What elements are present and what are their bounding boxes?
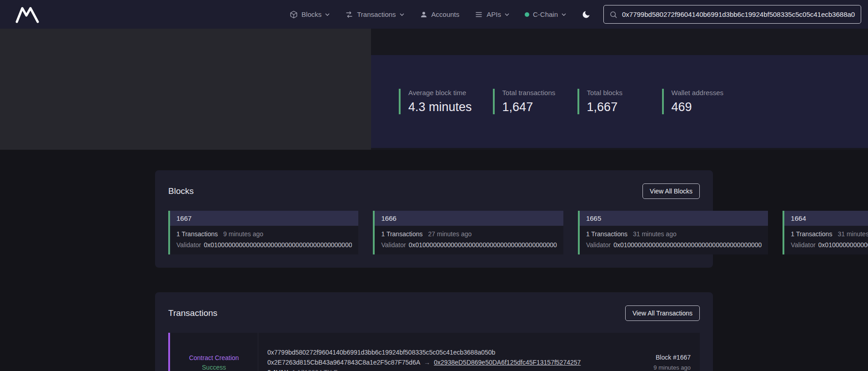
hero-banner <box>0 29 371 150</box>
theme-toggle-button[interactable] <box>582 10 591 19</box>
stat-total-transactions: Total transactions 1,647 <box>493 89 557 114</box>
block-tx-count: 1 Transactions <box>586 230 627 238</box>
chevron-down-icon <box>400 13 404 16</box>
transactions-card-header: Transactions View All Transactions <box>168 305 700 321</box>
tx-age: 9 minutes ago <box>653 364 691 371</box>
tx-status-badge: Success <box>202 364 226 371</box>
nav-item-transactions[interactable]: Transactions <box>345 10 404 19</box>
tx-from-address: 0x2E7263d815CbB43a9647843C8a1e2F5c87F75d… <box>267 359 420 366</box>
block-card-body: 1 Transactions 27 minutes ago Validator … <box>375 226 563 254</box>
stat-label: Total transactions <box>502 89 557 97</box>
avalanche-logo[interactable] <box>15 6 39 23</box>
nav-menu: Blocks Transactions Accounts <box>290 10 566 19</box>
stat-value: 469 <box>672 100 726 114</box>
tx-block-link[interactable]: Block #1667 <box>653 354 691 361</box>
validator-address: 0x01000000000000000000000000000000000000… <box>818 241 868 249</box>
block-card-body: 1 Transactions 31 minutes ago Validator … <box>580 226 768 254</box>
transactions-icon <box>345 10 353 19</box>
blocks-section-title: Blocks <box>168 186 194 196</box>
stats-panel: Average block time 4.3 minutes Total tra… <box>371 55 868 148</box>
block-card-body: 1 Transactions 31 minutes ago Validator … <box>784 226 868 254</box>
nav-item-label: Accounts <box>431 10 460 18</box>
block-number[interactable]: 1666 <box>375 211 563 226</box>
validator-label: Validator <box>586 241 611 249</box>
block-age: 27 minutes ago <box>428 230 472 238</box>
block-number[interactable]: 1664 <box>784 211 868 226</box>
search-icon <box>609 10 617 19</box>
stat-value: 1,667 <box>587 100 641 114</box>
nav-item-apis[interactable]: APIs <box>475 10 509 19</box>
chevron-down-icon <box>562 13 566 16</box>
validator-address: 0x01000000000000000000000000000000000000… <box>204 241 352 249</box>
stat-total-blocks: Total blocks 1,667 <box>577 89 641 114</box>
transactions-card: Transactions View All Transactions Contr… <box>155 292 713 371</box>
block-tx-count: 1 Transactions <box>176 230 218 238</box>
chain-selector[interactable]: C-Chain <box>525 10 566 18</box>
navbar: Blocks Transactions Accounts <box>0 0 868 29</box>
block-tx-count: 1 Transactions <box>381 230 422 238</box>
nav-item-label: Blocks <box>301 10 321 18</box>
blocks-card-header: Blocks View All Blocks <box>168 183 700 199</box>
block-number[interactable]: 1665 <box>580 211 768 226</box>
block-card[interactable]: 1665 1 Transactions 31 minutes ago Valid… <box>578 211 768 254</box>
chain-selector-label: C-Chain <box>533 10 558 18</box>
stat-label: Average block time <box>408 89 472 97</box>
validator-address: 0x01000000000000000000000000000000000000… <box>409 241 557 249</box>
chevron-down-icon <box>325 13 330 16</box>
stat-average-block-time: Average block time 4.3 minutes <box>399 89 472 114</box>
list-icon <box>475 10 483 19</box>
validator-label: Validator <box>381 241 406 249</box>
tx-to-address-link[interactable]: 0x2938eD5D869e50DA6f125dfc45F13157f52742… <box>434 359 581 366</box>
block-tx-count: 1 Transactions <box>791 230 832 238</box>
block-card[interactable]: 1664 1 Transactions 31 minutes ago Valid… <box>783 211 868 254</box>
view-all-blocks-button[interactable]: View All Blocks <box>642 183 700 199</box>
tx-fee: 1.1718604 TX Fee <box>292 369 345 371</box>
hero-section: Average block time 4.3 minutes Total tra… <box>0 29 868 150</box>
blocks-card: Blocks View All Blocks 1667 1 Transactio… <box>155 170 713 268</box>
nav-item-label: Transactions <box>357 10 396 18</box>
block-number[interactable]: 1667 <box>170 211 358 226</box>
nav-item-label: APIs <box>487 10 501 18</box>
search-box <box>603 5 861 24</box>
view-all-transactions-button[interactable]: View All Transactions <box>625 305 700 321</box>
tx-amount: 0 AVAX <box>267 369 288 371</box>
block-age: 31 minutes ago <box>838 230 868 238</box>
arrow-right-icon: → <box>424 359 430 366</box>
nav-item-accounts[interactable]: Accounts <box>420 10 460 19</box>
tx-block-info: Block #1667 9 minutes ago <box>653 354 700 371</box>
tx-hash-link[interactable]: 0x7799bd580272f9604140b6991d3bb6c19924bf… <box>267 347 644 357</box>
block-card-body: 1 Transactions 9 minutes ago Validator 0… <box>170 226 358 254</box>
search-input[interactable] <box>622 10 855 18</box>
block-grid: 1667 1 Transactions 9 minutes ago Valida… <box>168 211 700 254</box>
validator-label: Validator <box>176 241 201 249</box>
moon-icon <box>582 10 591 19</box>
stat-label: Wallet addresses <box>672 89 726 97</box>
stat-value: 4.3 minutes <box>408 100 472 114</box>
block-card[interactable]: 1666 1 Transactions 27 minutes ago Valid… <box>373 211 563 254</box>
cube-icon <box>290 10 298 19</box>
chain-dot-icon <box>525 12 529 17</box>
stat-value: 1,647 <box>502 100 557 114</box>
validator-label: Validator <box>791 241 815 249</box>
nav-item-blocks[interactable]: Blocks <box>290 10 330 19</box>
block-age: 9 minutes ago <box>223 230 263 238</box>
block-card[interactable]: 1667 1 Transactions 9 minutes ago Valida… <box>168 211 358 254</box>
block-age: 31 minutes ago <box>633 230 677 238</box>
person-icon <box>420 10 428 19</box>
chevron-down-icon <box>505 13 509 16</box>
tx-details: 0x7799bd580272f9604140b6991d3bb6c19924bf… <box>258 347 653 371</box>
main-content: Blocks View All Blocks 1667 1 Transactio… <box>155 170 713 371</box>
validator-address: 0x01000000000000000000000000000000000000… <box>613 241 762 249</box>
stat-label: Total blocks <box>587 89 641 97</box>
tx-status-zone: Contract Creation Success <box>170 333 258 371</box>
transactions-section-title: Transactions <box>168 308 217 318</box>
transaction-row: Contract Creation Success 0x7799bd580272… <box>168 333 700 371</box>
tx-type-label: Contract Creation <box>189 354 239 361</box>
stat-wallet-addresses: Wallet addresses 469 <box>662 89 726 114</box>
